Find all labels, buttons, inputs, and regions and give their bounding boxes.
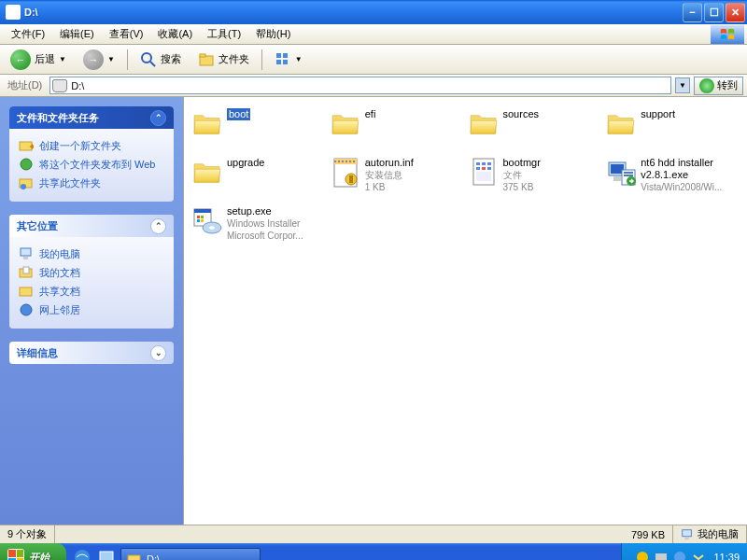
svg-rect-30 bbox=[476, 162, 480, 165]
svg-point-57 bbox=[637, 552, 648, 560]
status-count: 9 个对象 bbox=[0, 525, 55, 543]
svg-rect-34 bbox=[482, 167, 486, 170]
file-sub1: 文件 bbox=[503, 169, 541, 181]
start-button[interactable]: 开始 bbox=[0, 543, 66, 560]
quicklaunch-desktop[interactable] bbox=[96, 547, 117, 560]
sidebar: 文件和文件夹任务 ⌃ ✦创建一个新文件夹 将这个文件夹发布到 Web 共享此文件… bbox=[0, 97, 183, 525]
tray-icon[interactable] bbox=[635, 550, 650, 560]
maximize-button[interactable]: ☐ bbox=[704, 3, 724, 22]
folder-icon bbox=[330, 108, 361, 140]
go-button[interactable]: 转到 bbox=[694, 77, 743, 95]
svg-rect-7 bbox=[283, 60, 288, 64]
file-item[interactable]: boot bbox=[191, 108, 326, 149]
status-bar: 9 个对象 799 KB 我的电脑 bbox=[0, 525, 747, 543]
svg-rect-41 bbox=[624, 172, 633, 174]
file-item[interactable]: efi bbox=[330, 108, 464, 149]
svg-rect-36 bbox=[476, 172, 491, 181]
status-location: 我的电脑 bbox=[673, 525, 747, 543]
svg-rect-28 bbox=[349, 175, 353, 183]
tray-icon[interactable] bbox=[654, 550, 669, 560]
file-name: setup.exe bbox=[227, 205, 303, 217]
file-item[interactable]: upgrade bbox=[191, 157, 326, 198]
menu-edit[interactable]: 编辑(E) bbox=[52, 25, 102, 43]
svg-rect-52 bbox=[683, 529, 692, 536]
menubar: 文件(F) 编辑(E) 查看(V) 收藏(A) 工具(T) 帮助(H) bbox=[0, 24, 747, 45]
svg-rect-17 bbox=[20, 287, 32, 296]
svg-point-18 bbox=[21, 304, 32, 315]
task-share[interactable]: 共享此文件夹 bbox=[19, 174, 164, 192]
tray-icon[interactable] bbox=[672, 550, 687, 560]
place-mycomputer[interactable]: 我的电脑 bbox=[19, 245, 164, 263]
chevron-up-icon: ⌃ bbox=[150, 218, 166, 234]
window-title: D:\ bbox=[24, 7, 683, 18]
system-tray[interactable]: 11:39 bbox=[621, 543, 747, 560]
new-folder-icon: ✦ bbox=[19, 138, 34, 153]
folders-button[interactable]: 文件夹 bbox=[191, 48, 256, 72]
file-item[interactable]: setup.exeWindows InstallerMicrosoft Corp… bbox=[191, 205, 326, 246]
menu-tools[interactable]: 工具(T) bbox=[200, 25, 248, 43]
file-name: bootmgr bbox=[503, 157, 541, 169]
search-button[interactable]: 搜索 bbox=[134, 48, 188, 72]
svg-rect-16 bbox=[23, 267, 29, 273]
address-dropdown[interactable]: ▼ bbox=[675, 77, 690, 93]
close-button[interactable]: ✕ bbox=[726, 3, 745, 22]
file-item[interactable]: autorun.inf安装信息1 KB bbox=[330, 157, 464, 198]
svg-rect-14 bbox=[23, 257, 28, 259]
svg-rect-49 bbox=[201, 216, 204, 218]
panel-details-header[interactable]: 详细信息 ⌄ bbox=[9, 342, 174, 364]
forward-icon: → bbox=[83, 49, 104, 70]
place-shared[interactable]: 共享文档 bbox=[19, 282, 164, 301]
tray-icon[interactable] bbox=[691, 550, 706, 560]
quicklaunch-ie[interactable] bbox=[72, 547, 92, 560]
file-sub1: Vista/Win2008/Wi... bbox=[641, 181, 740, 193]
menu-view[interactable]: 查看(V) bbox=[102, 25, 151, 43]
file-icon bbox=[191, 205, 223, 237]
panel-other-header[interactable]: 其它位置 ⌃ bbox=[9, 215, 174, 237]
back-icon: ← bbox=[10, 49, 31, 70]
back-button[interactable]: ← 后退 ▼ bbox=[4, 46, 73, 74]
menu-help[interactable]: 帮助(H) bbox=[248, 25, 298, 43]
taskbar-task-label: D:\ bbox=[147, 553, 160, 561]
clock[interactable]: 11:39 bbox=[713, 552, 740, 560]
views-button[interactable]: ▼ bbox=[268, 48, 309, 72]
file-name: support bbox=[641, 108, 675, 120]
address-input[interactable]: D:\ bbox=[49, 77, 671, 94]
file-icon bbox=[605, 157, 637, 189]
file-pane[interactable]: bootefisourcessupportupgradeautorun.inf安… bbox=[183, 97, 747, 525]
go-icon bbox=[699, 78, 714, 93]
address-bar: 地址(D) D:\ ▼ 转到 bbox=[0, 75, 747, 97]
place-network[interactable]: 网上邻居 bbox=[19, 301, 164, 319]
file-name: boot bbox=[227, 108, 250, 120]
panel-details: 详细信息 ⌄ bbox=[9, 342, 174, 364]
svg-point-23 bbox=[342, 161, 344, 162]
panel-other: 其它位置 ⌃ 我的电脑 我的文档 共享文档 网上邻居 bbox=[9, 215, 174, 329]
svg-point-25 bbox=[349, 161, 351, 162]
file-item[interactable]: nt6 hdd installer v2.8.1.exeVista/Win200… bbox=[605, 157, 740, 198]
task-new-folder[interactable]: ✦创建一个新文件夹 bbox=[19, 136, 164, 155]
svg-rect-31 bbox=[482, 162, 486, 165]
panel-tasks-title: 文件和文件夹任务 bbox=[17, 111, 99, 125]
address-value: D:\ bbox=[71, 80, 84, 91]
forward-button[interactable]: → ▼ bbox=[77, 46, 121, 74]
svg-rect-39 bbox=[613, 176, 621, 181]
documents-icon bbox=[19, 265, 34, 280]
file-item[interactable]: bootmgr文件375 KB bbox=[468, 157, 602, 198]
file-item[interactable]: sources bbox=[468, 108, 602, 149]
file-icon bbox=[468, 157, 500, 189]
svg-rect-53 bbox=[684, 537, 688, 539]
svg-point-12 bbox=[21, 184, 26, 189]
svg-rect-6 bbox=[276, 60, 281, 64]
folder-icon bbox=[191, 157, 223, 189]
toolbar: ← 后退 ▼ → ▼ 搜索 文件夹 ▼ bbox=[0, 45, 747, 75]
file-sub1: Windows Installer bbox=[227, 217, 303, 230]
menu-favorites[interactable]: 收藏(A) bbox=[150, 25, 200, 43]
place-mydocs[interactable]: 我的文档 bbox=[19, 263, 164, 282]
file-name: autorun.inf bbox=[365, 157, 414, 169]
panel-tasks-header[interactable]: 文件和文件夹任务 ⌃ bbox=[9, 106, 174, 129]
minimize-button[interactable]: − bbox=[683, 3, 702, 22]
svg-rect-5 bbox=[283, 53, 288, 58]
file-item[interactable]: support bbox=[605, 108, 740, 149]
taskbar-task[interactable]: D:\ bbox=[120, 548, 261, 561]
task-publish-web[interactable]: 将这个文件夹发布到 Web bbox=[19, 155, 164, 174]
menu-file[interactable]: 文件(F) bbox=[4, 25, 52, 43]
